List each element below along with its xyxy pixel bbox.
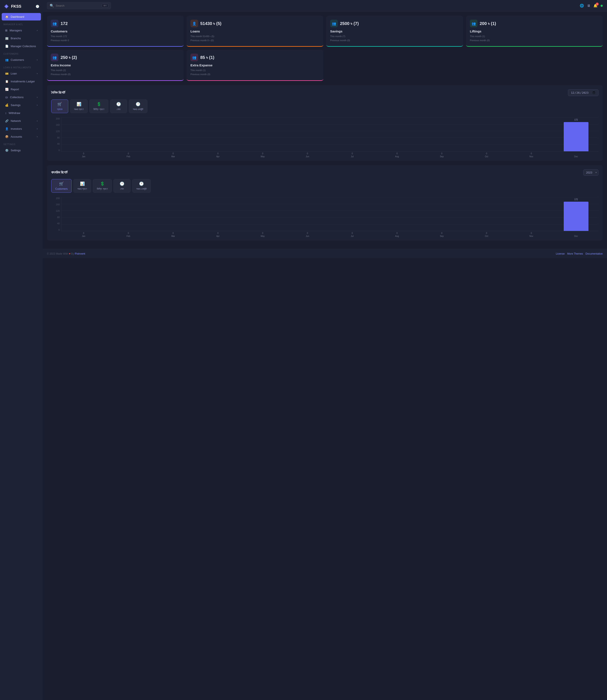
annual-tab-savings-recv-label: সঞ্চয় গ্রহণ bbox=[78, 187, 87, 191]
sidebar-item-branches[interactable]: 🏢 Branchs bbox=[2, 35, 41, 42]
sidebar-item-manager-collections[interactable]: 📄 Manager Collections bbox=[2, 42, 41, 50]
settings-label: Settings bbox=[11, 149, 21, 152]
sidebar-item-settings[interactable]: ⚙️ Settings bbox=[2, 147, 41, 154]
sidebar: FKSS 🕐 🏠 Dashboard MANAGER & ACL ⊞ Manag… bbox=[0, 0, 43, 700]
sidebar-item-loan[interactable]: 💳 Loan › bbox=[2, 70, 41, 77]
savings-stat-number: 2500 ৳ (7) bbox=[340, 21, 359, 26]
sidebar-item-withdraw[interactable]: ↕ Withdraw bbox=[2, 109, 41, 117]
app-name: FKSS bbox=[11, 4, 21, 9]
bar-month-label: Apr bbox=[216, 235, 220, 237]
year-select-wrapper: 2021 2022 2023 2024 bbox=[583, 169, 599, 176]
bar-month-label: Mar bbox=[171, 235, 175, 237]
bar-month-label: May bbox=[260, 235, 265, 237]
notification-badge: 2 bbox=[596, 3, 599, 5]
brand-link[interactable]: Pixinvent bbox=[75, 252, 85, 255]
customers-stat-title: Customers bbox=[51, 29, 180, 33]
dashboard-icon: 🏠 bbox=[5, 15, 8, 18]
copyright-text: © 2023 Made With ♥ By Pixinvent bbox=[47, 252, 85, 255]
sidebar-item-installments[interactable]: 📋 Installments Ladger bbox=[2, 78, 41, 85]
bar-group: 0Jan bbox=[61, 117, 106, 151]
accounts-label: Accounts bbox=[11, 135, 22, 138]
annual-tab-customers[interactable]: 🛒 Customers bbox=[51, 179, 72, 193]
bar-zero-label: 0 bbox=[441, 153, 443, 155]
annual-tab-savings-acc[interactable]: 🕐 সঞ্চয় একাউন্ট bbox=[132, 179, 151, 193]
sidebar-item-investors[interactable]: 👤 Investors › bbox=[2, 125, 41, 133]
bar-value: 172 bbox=[574, 198, 578, 201]
customers-stat-icon: 👥 bbox=[51, 20, 59, 27]
monitor-icon[interactable]: 🖥 bbox=[587, 4, 590, 8]
sidebar-item-network[interactable]: 🔗 Network › bbox=[2, 117, 41, 125]
accounts-arrow: › bbox=[37, 136, 38, 138]
bar-zero-label: 0 bbox=[128, 153, 129, 155]
footer: © 2023 Made With ♥ By Pixinvent License … bbox=[43, 249, 607, 258]
loans-stat-number: 51430 ৳ (5) bbox=[200, 21, 222, 26]
savings-icon: 💰 bbox=[5, 103, 8, 107]
clock-icon: 🕐 bbox=[36, 5, 39, 8]
annual-chart: 04080120160200 0Jan0Feb0Mar0Apr0May0Jun0… bbox=[51, 197, 599, 236]
search-box[interactable]: 🔍 ⌘K bbox=[47, 2, 111, 9]
manager-collections-icon: 📄 bbox=[5, 45, 8, 48]
daily-report-date[interactable] bbox=[568, 89, 599, 96]
bar-zero-label: 0 bbox=[172, 232, 174, 234]
managers-arrow: › bbox=[37, 29, 38, 32]
search-input[interactable] bbox=[56, 4, 100, 7]
daily-tab-installment-recv[interactable]: 💲 কিস্তি গ্রহণ bbox=[89, 99, 108, 113]
search-icon: 🔍 bbox=[50, 4, 54, 8]
daily-tab-loan[interactable]: 🕐 লোন bbox=[110, 99, 127, 113]
bar-group: 172Dec bbox=[554, 197, 599, 231]
bar-zero-label: 0 bbox=[172, 153, 174, 155]
sidebar-item-report[interactable]: 📈 Report bbox=[2, 85, 41, 93]
annual-chart-y-axis: 04080120160200 bbox=[51, 197, 60, 231]
extra-income-stat-number: 250 ৳ (2) bbox=[61, 55, 77, 60]
customers-arrow: › bbox=[37, 59, 38, 61]
stat-cards-row2: 👥 250 ৳ (2) Extra Income This month (2) … bbox=[47, 50, 603, 81]
daily-tab-customers[interactable]: 🛒 গ্রাহক bbox=[51, 99, 68, 113]
bar-group: 0May bbox=[240, 117, 285, 151]
bar-group: 0Apr bbox=[195, 117, 240, 151]
stat-cards-row1: 👥 172 Customers This month 172 Previous … bbox=[47, 16, 603, 47]
bar-month-label: Jul bbox=[351, 155, 354, 158]
bar: 172 bbox=[564, 202, 588, 231]
report-icon: 📈 bbox=[5, 88, 8, 91]
daily-tab-customers-icon: 🛒 bbox=[57, 102, 62, 106]
bar-month-label: Aug bbox=[395, 155, 399, 158]
license-link[interactable]: License bbox=[556, 252, 565, 255]
loan-icon: 💳 bbox=[5, 72, 8, 75]
annual-tab-savings-recv[interactable]: 📊 সঞ্চয় গ্রহণ bbox=[74, 179, 91, 193]
bar-group: 0Jul bbox=[330, 117, 375, 151]
annual-tab-loan[interactable]: 🕐 লোন bbox=[113, 179, 130, 193]
daily-tab-savings-acc[interactable]: 🕐 সঞ্চয় একাউন্ট bbox=[129, 99, 147, 113]
bar-zero-label: 0 bbox=[397, 153, 398, 155]
bar-group: 172Dec bbox=[554, 117, 599, 151]
extra-expanse-stat-title: Extra Expanse bbox=[190, 63, 319, 67]
annual-tab-installment[interactable]: 💲 কিস্তি গ্রহণ bbox=[93, 179, 111, 193]
sidebar-item-managers[interactable]: ⊞ Managers › bbox=[2, 27, 41, 34]
language-icon[interactable]: 🌐 bbox=[580, 4, 584, 8]
bar-month-label: Oct bbox=[485, 235, 488, 237]
sidebar-item-accounts[interactable]: 📦 Accounts › bbox=[2, 133, 41, 140]
annual-tab-loan-label: লোন bbox=[120, 187, 124, 191]
search-shortcut: ⌘K bbox=[102, 4, 108, 7]
bar-zero-label: 0 bbox=[397, 232, 398, 234]
daily-tab-savings-recv-icon: 📊 bbox=[77, 102, 81, 106]
bar-zero-label: 0 bbox=[262, 153, 264, 155]
app-logo: FKSS 🕐 bbox=[0, 3, 43, 13]
annual-tab-installment-icon: 💲 bbox=[100, 181, 105, 186]
notification-icon[interactable]: 🔔 2 bbox=[593, 4, 598, 8]
sidebar-item-customers[interactable]: 👥 Customers › bbox=[2, 56, 41, 64]
year-select[interactable]: 2021 2022 2023 2024 bbox=[583, 169, 599, 176]
bar-zero-label: 0 bbox=[262, 232, 264, 234]
documentation-link[interactable]: Documentation bbox=[585, 252, 603, 255]
more-themes-link[interactable]: More Themes bbox=[567, 252, 583, 255]
sidebar-item-savings[interactable]: 💰 Savings › bbox=[2, 101, 41, 109]
dashboard-item[interactable]: 🏠 Dashboard bbox=[2, 13, 41, 20]
daily-report-section: দৈনিক রিপোর্ট 🛒 গ্রাহক 📊 সঞ্চয় গ্রহণ 💲 … bbox=[47, 85, 603, 161]
installments-icon: 📋 bbox=[5, 80, 8, 83]
bar-month-label: Jan bbox=[82, 155, 85, 158]
annual-report-tabs: 🛒 Customers 📊 সঞ্চয় গ্রহণ 💲 কিস্তি গ্রহ… bbox=[51, 179, 599, 193]
sidebar-item-collections[interactable]: 🗂 Collections › bbox=[2, 94, 41, 101]
daily-tab-savings-recv[interactable]: 📊 সঞ্চয় গ্রহণ bbox=[70, 99, 88, 113]
network-icon: 🔗 bbox=[5, 119, 8, 122]
stat-card-loans: 👤 51430 ৳ (5) Loans This month 51430 ৳ (… bbox=[187, 16, 323, 47]
extra-expanse-stat-number: 85 ৳ (1) bbox=[200, 55, 214, 60]
